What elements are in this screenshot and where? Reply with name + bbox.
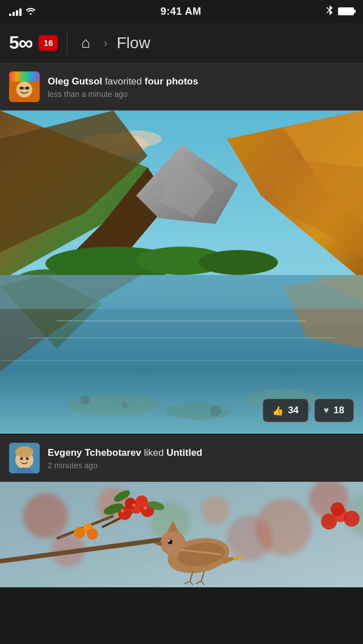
svg-point-4 — [16, 82, 32, 98]
logo-500: 5 ∞ — [9, 31, 35, 55]
svg-point-51 — [23, 493, 68, 539]
svg-point-38 — [164, 402, 233, 420]
photo-actions: 👍 34 ♥ 18 — [263, 399, 354, 422]
activity-text-1: Oleg Gutsol favorited four photos less t… — [48, 75, 354, 99]
activity-row-2[interactable]: Evgeny Tchebotarev liked Untitled 2 minu… — [0, 435, 363, 482]
timestamp-2: 2 minutes ago — [48, 461, 354, 470]
signal-bars-icon — [9, 7, 22, 16]
action-1: favorited — [105, 76, 145, 87]
svg-point-70 — [143, 506, 147, 510]
like-button[interactable]: 👍 34 — [263, 399, 309, 422]
svg-point-41 — [121, 402, 128, 409]
svg-point-66 — [125, 498, 136, 509]
svg-point-55 — [201, 496, 230, 524]
bar2 — [12, 12, 15, 16]
status-bar: 9:41 AM — [0, 0, 363, 23]
avatar-evgeny — [9, 443, 40, 473]
home-button[interactable]: ⌂ — [77, 29, 95, 56]
mountain-lake-scene — [0, 111, 363, 434]
action-2: liked — [144, 447, 167, 458]
activity-text-2: Evgeny Tchebotarev liked Untitled 2 minu… — [48, 446, 354, 470]
svg-point-67 — [136, 495, 148, 508]
svg-point-56 — [227, 516, 272, 561]
svg-point-96 — [331, 502, 344, 516]
like-count: 34 — [288, 405, 299, 416]
svg-point-42 — [210, 405, 221, 417]
bird-berries-scene — [0, 482, 363, 587]
photo-card-2[interactable] — [0, 482, 363, 587]
home-icon: ⌂ — [81, 34, 90, 52]
svg-rect-8 — [25, 87, 29, 90]
activity-row-1[interactable]: Oleg Gutsol favorited four photos less t… — [0, 63, 363, 111]
nav-divider — [67, 32, 67, 54]
battery-fill — [339, 9, 353, 14]
photo-main-1: 👍 34 ♥ 18 — [0, 111, 363, 434]
wifi-icon — [25, 6, 36, 17]
svg-point-27 — [199, 250, 278, 275]
heart-icon: ♥ — [324, 405, 330, 416]
svg-rect-7 — [19, 87, 24, 90]
bar4 — [19, 9, 22, 16]
svg-point-48 — [20, 457, 23, 460]
svg-rect-34 — [57, 320, 306, 321]
svg-point-82 — [168, 540, 170, 542]
nav-bar: 5 ∞ 16 ⌂ › Flow — [0, 23, 363, 63]
username-1: Oleg Gutsol — [48, 76, 102, 87]
timestamp-1: less than a minute ago — [48, 90, 354, 99]
bar1 — [9, 14, 11, 16]
photo-card-1[interactable]: 👍 34 ♥ 18 — [0, 111, 363, 434]
activity-main-2: Evgeny Tchebotarev liked Untitled — [48, 446, 354, 460]
svg-point-40 — [81, 395, 90, 404]
status-left — [9, 6, 36, 17]
svg-point-95 — [344, 511, 360, 527]
svg-point-69 — [132, 503, 136, 507]
svg-point-76 — [87, 528, 98, 540]
bar3 — [16, 10, 18, 16]
avatar-oleg — [9, 71, 40, 102]
svg-rect-36 — [0, 360, 363, 361]
favorite-count: 18 — [334, 405, 344, 416]
target-1: four photos — [145, 76, 198, 87]
svg-point-49 — [26, 457, 29, 460]
svg-rect-3 — [9, 71, 40, 82]
logo-container[interactable]: 5 ∞ 16 — [9, 31, 58, 55]
favorite-button[interactable]: ♥ 18 — [314, 399, 354, 422]
page-title: Flow — [117, 34, 150, 52]
target-2: Untitled — [166, 447, 202, 458]
battery-icon — [338, 7, 354, 15]
svg-rect-35 — [28, 337, 335, 338]
svg-rect-33 — [0, 275, 363, 309]
status-right — [326, 5, 354, 18]
notification-badge[interactable]: 16 — [39, 35, 58, 51]
breadcrumb-arrow-icon: › — [104, 36, 108, 49]
username-2: Evgeny Tchebotarev — [48, 447, 141, 458]
bluetooth-icon — [326, 5, 334, 18]
activity-main-1: Oleg Gutsol favorited four photos — [48, 75, 354, 88]
thumbs-up-icon: 👍 — [272, 405, 284, 416]
status-time: 9:41 AM — [161, 6, 201, 18]
svg-point-47 — [15, 446, 33, 457]
